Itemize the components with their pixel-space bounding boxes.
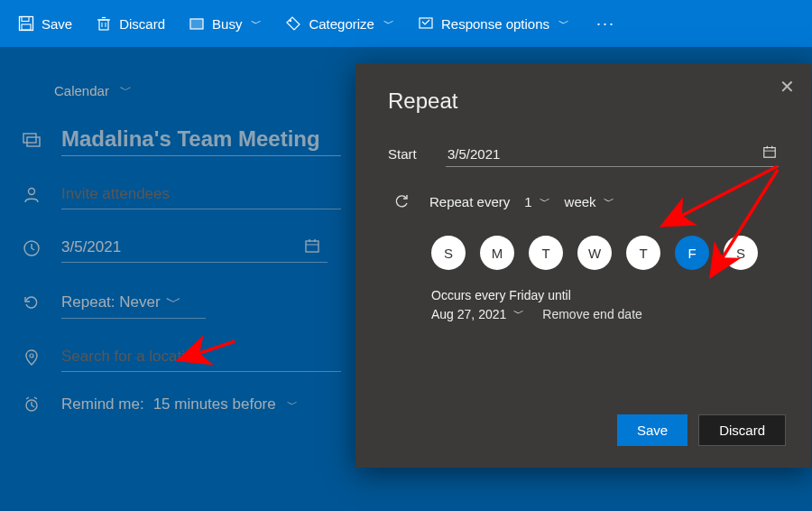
chevron-down-icon: ﹀: [513, 306, 524, 321]
day-mon[interactable]: M: [480, 236, 514, 270]
day-fri[interactable]: F: [675, 236, 709, 270]
day-tue[interactable]: T: [529, 236, 563, 270]
calendar-icon[interactable]: [762, 144, 777, 163]
start-label: Start: [388, 146, 429, 162]
chevron-down-icon: ﹀: [604, 194, 614, 209]
response-options-dropdown[interactable]: Response options ﹀: [418, 15, 569, 32]
discard-button-label: Discard: [119, 16, 165, 32]
day-thu[interactable]: T: [626, 236, 660, 270]
interval-value: 1: [524, 194, 531, 209]
interval-dropdown[interactable]: 1 ﹀: [524, 194, 549, 209]
day-wed[interactable]: W: [577, 236, 612, 270]
panel-title: Repeat: [388, 88, 779, 114]
command-toolbar: Save Discard Busy ﹀ Categorize ﹀ Respons…: [0, 0, 812, 47]
busy-icon: [189, 15, 205, 32]
response-icon: [418, 15, 434, 32]
remove-end-date-link[interactable]: Remove end date: [542, 307, 642, 321]
end-date-value: Aug 27, 2021: [431, 307, 506, 321]
categorize-label: Categorize: [309, 16, 374, 32]
chevron-down-icon: ﹀: [558, 16, 569, 32]
save-button-label: Save: [42, 16, 72, 32]
start-date-value: 3/5/2021: [448, 146, 500, 162]
svg-rect-3: [99, 20, 108, 30]
busy-dropdown[interactable]: Busy ﹀: [189, 15, 262, 32]
chevron-down-icon: ﹀: [540, 194, 550, 209]
svg-rect-2: [22, 24, 31, 30]
svg-rect-9: [190, 19, 203, 29]
svg-point-10: [290, 20, 291, 22]
trash-icon: [96, 15, 112, 32]
day-sun[interactable]: S: [431, 236, 466, 270]
panel-discard-button[interactable]: Discard: [698, 414, 786, 446]
more-actions-button[interactable]: ···: [593, 14, 615, 33]
save-icon: [18, 15, 34, 32]
response-label: Response options: [441, 16, 549, 32]
repeat-icon: [388, 192, 415, 210]
chevron-down-icon: ﹀: [251, 16, 262, 32]
unit-value: week: [565, 194, 596, 209]
repeat-panel: ✕ Repeat Start 3/5/2021 Repeat every 1 ﹀…: [355, 63, 811, 468]
repeat-every-label: Repeat every: [429, 194, 510, 209]
tag-icon: [285, 15, 301, 32]
close-icon[interactable]: ✕: [780, 76, 795, 98]
start-date-input[interactable]: 3/5/2021: [446, 141, 779, 167]
discard-button[interactable]: Discard: [96, 15, 165, 32]
unit-dropdown[interactable]: week ﹀: [565, 194, 614, 209]
occurs-summary: Occurs every Friday until: [388, 288, 779, 302]
end-date-dropdown[interactable]: Aug 27, 2021 ﹀: [431, 306, 524, 321]
day-sat[interactable]: S: [724, 236, 758, 270]
chevron-down-icon: ﹀: [383, 16, 394, 32]
svg-rect-24: [764, 148, 775, 158]
save-button[interactable]: Save: [18, 15, 72, 32]
panel-save-button[interactable]: Save: [617, 414, 687, 446]
svg-rect-1: [22, 17, 29, 22]
weekday-picker: S M T W T F S: [388, 236, 779, 270]
busy-label: Busy: [212, 16, 242, 32]
categorize-dropdown[interactable]: Categorize ﹀: [285, 15, 394, 32]
